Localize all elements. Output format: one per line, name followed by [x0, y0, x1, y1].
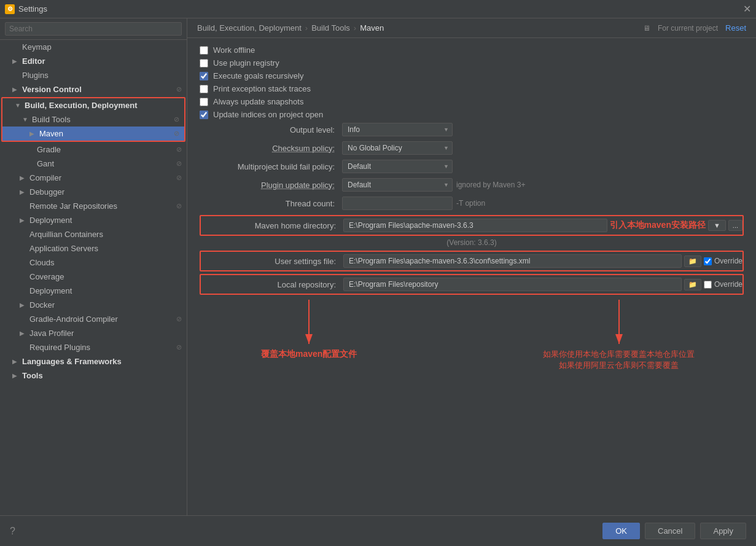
sidebar-item-version-control[interactable]: ▶ Version Control ⊘	[0, 82, 187, 96]
always-update-checkbox[interactable]	[200, 98, 208, 106]
app-icon: ⚙	[5, 4, 15, 14]
sidebar-item-label: Remote Jar Repositories	[29, 201, 117, 211]
maven-home-annotation: 引入本地maven安装路径	[610, 220, 706, 231]
sidebar-item-tools[interactable]: ▶ Tools	[0, 369, 187, 383]
ok-button[interactable]: OK	[602, 523, 640, 539]
sidebar-item-plugins[interactable]: Plugins	[0, 68, 187, 82]
checksum-policy-select-wrapper: No Global Policy Fail Warn Ignore	[342, 141, 453, 155]
sidebar-item-arquillian[interactable]: Arquillian Containers	[0, 227, 187, 241]
maven-home-input[interactable]	[343, 219, 607, 232]
spacer-icon	[20, 344, 27, 351]
sidebar-item-label: Application Servers	[29, 244, 98, 253]
sidebar-item-languages-frameworks[interactable]: ▶ Languages & Frameworks	[0, 354, 187, 369]
sidebar-item-java-profiler[interactable]: ▶ Java Profiler	[0, 326, 187, 340]
spacer-icon	[20, 259, 27, 266]
user-settings-override-label: Override	[714, 257, 742, 265]
thread-count-input[interactable]	[342, 197, 453, 210]
expand-icon: ▶	[12, 86, 20, 93]
local-repo-override-checkbox[interactable]	[704, 281, 712, 289]
user-settings-folder-btn[interactable]: 📁	[684, 255, 701, 267]
plugin-update-policy-label: Plugin update policy:	[200, 181, 335, 190]
edit-icon: ⊘	[176, 85, 182, 93]
user-settings-section: User settings file: 📁 Override	[200, 251, 744, 271]
footer: ? OK Cancel Apply	[0, 515, 756, 546]
plugin-update-policy-row: Plugin update policy: Default Force Upda…	[200, 178, 744, 192]
sidebar-item-label: Gradle-Android Compiler	[29, 314, 118, 324]
plugin-registry-checkbox[interactable]	[200, 59, 208, 68]
local-repo-input[interactable]	[343, 278, 682, 291]
maven-home-dropdown-btn[interactable]: ▼	[708, 220, 726, 231]
help-button[interactable]: ?	[10, 526, 15, 537]
sidebar-item-build-tools[interactable]: ▼ Build Tools ⊘	[2, 112, 184, 127]
user-settings-override-checkbox[interactable]	[704, 257, 712, 265]
search-box	[0, 18, 187, 40]
output-level-control: Info Debug Warn Error	[342, 123, 453, 136]
thread-count-control: -T option	[342, 197, 485, 210]
checkbox-execute-goals: Execute goals recursively	[200, 71, 744, 80]
spacer-icon	[27, 160, 34, 167]
sidebar-item-application-servers[interactable]: Application Servers	[0, 241, 187, 255]
reset-link[interactable]: Reset	[725, 23, 746, 33]
plugin-update-policy-control: Default Force Updates Suppress Updates i…	[342, 178, 525, 192]
local-repo-note: 如果你使用本地仓库需要覆盖本地仓库位置 如果使用阿里云仓库则不需要覆盖	[543, 349, 695, 371]
search-input[interactable]	[5, 22, 182, 36]
spacer-icon	[20, 287, 27, 294]
multiproject-policy-select[interactable]: Default Fail at End Never Always	[342, 160, 453, 173]
breadcrumb-part-1: Build, Execution, Deployment	[197, 23, 302, 33]
apply-button[interactable]: Apply	[700, 523, 746, 539]
sidebar-item-compiler[interactable]: ▶ Compiler ⊘	[0, 171, 187, 185]
multiproject-policy-row: Multiproject build fail policy: Default …	[200, 160, 744, 173]
spacer-icon	[20, 203, 27, 209]
sidebar-item-deployment2[interactable]: Deployment	[0, 284, 187, 298]
spacer-icon	[20, 231, 27, 238]
update-indices-checkbox[interactable]	[200, 111, 208, 119]
sidebar-item-keymap[interactable]: Keymap	[0, 40, 187, 54]
checksum-policy-control: No Global Policy Fail Warn Ignore	[342, 141, 453, 155]
expand-icon: ▶	[20, 174, 27, 181]
execute-goals-checkbox[interactable]	[200, 72, 208, 80]
expand-icon: ▶	[12, 358, 20, 365]
sidebar-item-label: Build Tools	[32, 115, 71, 124]
sidebar-item-label: Clouds	[29, 258, 54, 267]
checkbox-always-update: Always update snapshots	[200, 97, 744, 106]
sidebar: Keymap ▶ Editor Plugins ▶ Version Contro…	[0, 18, 187, 515]
footer-buttons: OK Cancel Apply	[602, 523, 746, 539]
checkbox-print-exceptions: Print exception stack traces	[200, 84, 744, 93]
breadcrumb: Build, Execution, Deployment › Build Too…	[187, 18, 756, 38]
sidebar-item-deployment[interactable]: ▶ Deployment	[0, 213, 187, 227]
output-level-select[interactable]: Info Debug Warn Error	[342, 123, 453, 136]
cancel-button[interactable]: Cancel	[645, 523, 695, 539]
sidebar-item-coverage[interactable]: Coverage	[0, 270, 187, 284]
sidebar-item-gant[interactable]: Gant ⊘	[0, 157, 187, 171]
sidebar-item-label: Deployment	[29, 216, 72, 225]
user-settings-override: Override	[704, 257, 742, 265]
sidebar-item-remote-jar[interactable]: Remote Jar Repositories ⊘	[0, 199, 187, 213]
sidebar-item-build-execution-deployment[interactable]: ▼ Build, Execution, Deployment	[2, 98, 184, 112]
local-repo-folder-btn[interactable]: 📁	[684, 279, 701, 291]
sidebar-item-editor[interactable]: ▶ Editor	[0, 54, 187, 68]
sidebar-item-debugger[interactable]: ▶ Debugger	[0, 185, 187, 199]
sidebar-item-gradle[interactable]: Gradle ⊘	[0, 142, 187, 157]
sidebar-item-maven[interactable]: ▶ Maven ⊘	[2, 127, 184, 141]
maven-home-browse-btn[interactable]: ...	[728, 220, 742, 231]
sidebar-item-label: Plugins	[22, 71, 49, 80]
local-repo-override-label: Override	[714, 280, 742, 289]
print-exceptions-checkbox[interactable]	[200, 85, 208, 93]
sidebar-item-docker[interactable]: ▶ Docker	[0, 298, 187, 312]
checksum-policy-select[interactable]: No Global Policy Fail Warn Ignore	[342, 141, 453, 155]
checkbox-work-offline: Work offline	[200, 45, 744, 55]
user-settings-input[interactable]	[343, 254, 682, 268]
annotations-area: 覆盖本地maven配置文件 如果你使用本地仓库需要覆盖本地仓库位置	[200, 300, 744, 423]
sidebar-item-clouds[interactable]: Clouds	[0, 255, 187, 270]
plugin-update-policy-select[interactable]: Default Force Updates Suppress Updates	[342, 178, 453, 192]
close-button[interactable]: ✕	[743, 3, 751, 15]
sidebar-item-required-plugins[interactable]: Required Plugins ⊘	[0, 340, 187, 354]
sidebar-item-gradle-android[interactable]: Gradle-Android Compiler ⊘	[0, 312, 187, 326]
work-offline-checkbox[interactable]	[200, 46, 208, 55]
local-repo-note-line1: 如果你使用本地仓库需要覆盖本地仓库位置	[543, 349, 695, 360]
spacer-icon	[20, 316, 27, 322]
output-level-select-wrapper: Info Debug Warn Error	[342, 123, 453, 136]
sidebar-item-label: Gant	[37, 159, 54, 168]
expand-icon: ▶	[12, 372, 20, 379]
local-repo-section: Local repository: 📁 Override	[200, 274, 744, 295]
